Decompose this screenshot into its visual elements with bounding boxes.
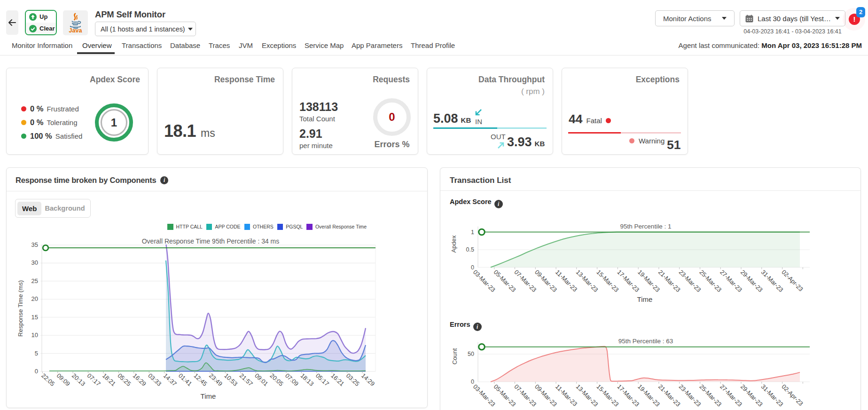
svg-text:0: 0 xyxy=(35,368,38,375)
svg-text:17-Mar-23: 17-Mar-23 xyxy=(616,383,641,408)
svg-text:15: 15 xyxy=(31,314,38,321)
svg-text:09-Mar-23: 09-Mar-23 xyxy=(533,383,558,408)
svg-text:25: 25 xyxy=(31,277,38,284)
svg-text:18:13: 18:13 xyxy=(299,372,315,387)
svg-text:09-Mar-23: 09-Mar-23 xyxy=(533,268,558,293)
svg-text:09:09: 09:09 xyxy=(55,372,71,387)
svg-text:50: 50 xyxy=(468,351,474,357)
svg-text:95th Percentile : 63: 95th Percentile : 63 xyxy=(618,338,673,345)
svg-text:29-Mar-23: 29-Mar-23 xyxy=(739,383,764,408)
svg-text:1: 1 xyxy=(471,229,474,236)
svg-text:21:57: 21:57 xyxy=(238,372,254,387)
svg-text:09:01: 09:01 xyxy=(253,372,269,387)
svg-text:Response Time (ms): Response Time (ms) xyxy=(17,280,24,337)
svg-text:01:41: 01:41 xyxy=(177,372,193,387)
svg-text:10: 10 xyxy=(31,331,38,339)
svg-text:14:37: 14:37 xyxy=(162,372,178,387)
svg-text:13-Mar-23: 13-Mar-23 xyxy=(575,268,600,293)
svg-text:31-Mar-23: 31-Mar-23 xyxy=(760,268,785,293)
svg-text:95th Percentile : 1: 95th Percentile : 1 xyxy=(620,223,672,230)
svg-text:15-Mar-23: 15-Mar-23 xyxy=(595,383,620,408)
svg-text:11-Mar-23: 11-Mar-23 xyxy=(554,383,579,408)
svg-text:17-Mar-23: 17-Mar-23 xyxy=(616,268,641,293)
svg-text:14:29: 14:29 xyxy=(360,372,376,387)
svg-text:18:21: 18:21 xyxy=(101,372,117,387)
svg-text:Time: Time xyxy=(201,392,216,400)
svg-text:23-Mar-23: 23-Mar-23 xyxy=(678,268,703,293)
svg-text:Java: Java xyxy=(69,27,83,34)
svg-text:03-Mar-23: 03-Mar-23 xyxy=(472,383,497,408)
svg-text:12:45: 12:45 xyxy=(192,372,208,387)
svg-text:03:25: 03:25 xyxy=(345,372,361,387)
svg-text:5: 5 xyxy=(35,350,38,357)
svg-text:31-Mar-23: 31-Mar-23 xyxy=(760,383,785,408)
svg-text:21-Mar-23: 21-Mar-23 xyxy=(657,383,682,408)
svg-text:35: 35 xyxy=(31,241,38,248)
svg-text:05:25: 05:25 xyxy=(116,372,132,387)
svg-text:23:49: 23:49 xyxy=(208,372,224,387)
svg-text:22:05: 22:05 xyxy=(40,372,56,387)
svg-text:0.5: 0.5 xyxy=(466,246,474,253)
svg-text:16:21: 16:21 xyxy=(329,372,345,387)
svg-text:16:29: 16:29 xyxy=(132,372,148,387)
svg-text:23-Mar-23: 23-Mar-23 xyxy=(678,383,703,408)
svg-text:20:13: 20:13 xyxy=(70,372,86,387)
svg-text:05:17: 05:17 xyxy=(314,372,330,387)
svg-text:27-Mar-23: 27-Mar-23 xyxy=(719,383,743,408)
svg-text:30: 30 xyxy=(31,259,38,266)
svg-text:Apdex: Apdex xyxy=(450,235,457,252)
svg-text:20:05: 20:05 xyxy=(269,372,285,387)
svg-text:07:09: 07:09 xyxy=(284,372,300,387)
svg-text:13-Mar-23: 13-Mar-23 xyxy=(575,383,600,408)
svg-text:Count: Count xyxy=(451,348,458,364)
svg-text:07-Mar-23: 07-Mar-23 xyxy=(513,268,538,293)
svg-text:15-Mar-23: 15-Mar-23 xyxy=(595,268,620,293)
svg-text:07:17: 07:17 xyxy=(86,372,102,387)
svg-text:Time: Time xyxy=(637,295,653,303)
svg-text:03:33: 03:33 xyxy=(147,372,163,387)
svg-text:27-Mar-23: 27-Mar-23 xyxy=(719,268,743,293)
svg-text:21-Mar-23: 21-Mar-23 xyxy=(657,268,682,293)
svg-text:29-Mar-23: 29-Mar-23 xyxy=(739,268,764,293)
svg-text:Overall Response Time 95th Per: Overall Response Time 95th Percentile : … xyxy=(142,237,280,245)
svg-text:20: 20 xyxy=(31,295,38,302)
svg-text:07-Mar-23: 07-Mar-23 xyxy=(513,383,538,408)
svg-text:11-Mar-23: 11-Mar-23 xyxy=(554,268,579,293)
svg-text:03-Mar-23: 03-Mar-23 xyxy=(472,268,497,293)
svg-text:10:53: 10:53 xyxy=(223,372,239,387)
